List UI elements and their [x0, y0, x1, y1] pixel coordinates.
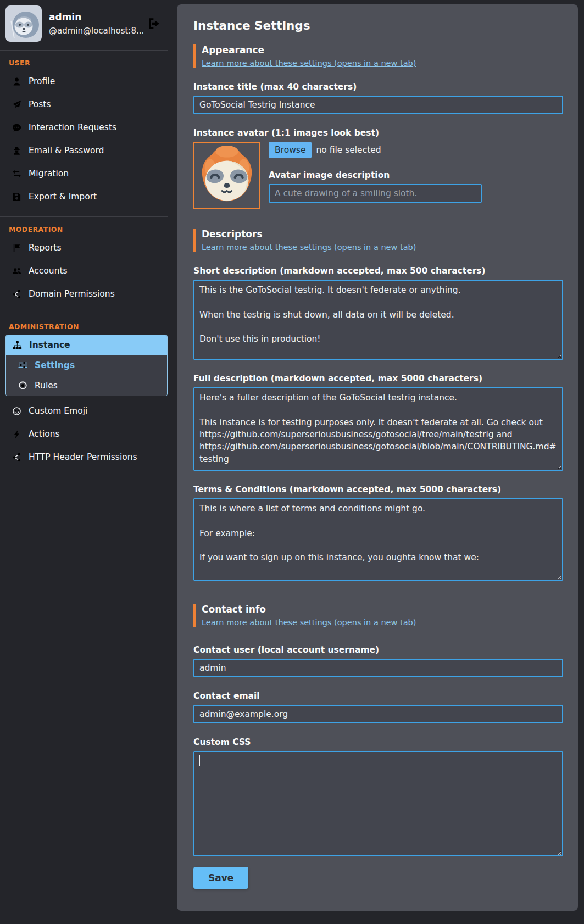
instance-avatar-field: Instance avatar (1:1 images look best): [193, 128, 563, 209]
sidebar-item-migration[interactable]: Migration: [0, 162, 168, 185]
terms-field: Terms & Conditions (markdown accepted, m…: [193, 485, 563, 581]
avatar-description-input[interactable]: [269, 184, 482, 203]
sidebar-item-domain-permissions[interactable]: Domain Permissions: [0, 282, 168, 305]
short-description-label: Short description (markdown accepted, ma…: [193, 266, 563, 276]
user-meta: admin @admin@localhost:8...: [49, 12, 143, 36]
file-status-text: no file selected: [316, 145, 381, 155]
instance-submenu: Settings Rules: [6, 355, 167, 396]
sidebar-item-email-password[interactable]: Email & Password: [0, 139, 168, 162]
custom-css-field: Custom CSS: [193, 737, 563, 856]
instance-title-field: Instance title (max 40 characters): [193, 82, 563, 114]
custom-css-label: Custom CSS: [193, 737, 563, 747]
contact-info-heading: Contact info: [202, 604, 563, 615]
sliders-icon: [18, 360, 27, 370]
terms-textarea[interactable]: [193, 498, 563, 581]
users-icon: [12, 266, 21, 276]
sitemap-icon: [13, 341, 22, 350]
instance-avatar-preview: [193, 142, 260, 209]
user-handle: @admin@localhost:8...: [49, 26, 143, 36]
user-card[interactable]: admin @admin@localhost:8...: [0, 5, 168, 42]
sidebar-item-profile[interactable]: Profile: [0, 70, 168, 93]
instance-title-label: Instance title (max 40 characters): [193, 82, 563, 92]
descriptors-learn-more-link[interactable]: Learn more about these settings (opens i…: [202, 243, 416, 252]
contact-email-field: Contact email: [193, 691, 563, 723]
smiley-icon: [12, 407, 21, 416]
sidebar: admin @admin@localhost:8... USER Profile…: [0, 0, 168, 469]
instance-avatar-label: Instance avatar (1:1 images look best): [193, 128, 563, 138]
sidebar-item-accounts[interactable]: Accounts: [0, 259, 168, 282]
appearance-learn-more-link[interactable]: Learn more about these settings (opens i…: [202, 59, 416, 68]
flag-icon: [12, 243, 21, 253]
contact-email-label: Contact email: [193, 691, 563, 701]
sloth-mascot-image: [194, 143, 259, 208]
short-description-field: Short description (markdown accepted, ma…: [193, 266, 563, 360]
contact-info-section-header: Contact info Learn more about these sett…: [193, 604, 563, 627]
user-secret-icon: [12, 146, 21, 155]
user-name: admin: [49, 12, 143, 23]
save-button[interactable]: Save: [193, 867, 248, 889]
bolt-icon: [12, 430, 21, 439]
sidebar-item-posts[interactable]: Posts: [0, 93, 168, 116]
appearance-section-header: Appearance Learn more about these settin…: [193, 44, 563, 68]
text-cursor: [199, 755, 200, 766]
contact-user-label: Contact user (local account username): [193, 645, 563, 655]
short-description-textarea[interactable]: [193, 280, 563, 360]
page-title: Instance Settings: [193, 19, 563, 32]
custom-css-textarea[interactable]: [193, 751, 563, 856]
sidebar-item-instance[interactable]: Instance: [6, 335, 167, 355]
sidebar-item-reports[interactable]: Reports: [0, 236, 168, 259]
sidebar-item-instance-rules[interactable]: Rules: [6, 375, 167, 396]
contact-user-field: Contact user (local account username): [193, 645, 563, 677]
sidebar-item-instance-settings[interactable]: Settings: [6, 355, 167, 375]
appearance-heading: Appearance: [202, 44, 563, 55]
sidebar-item-custom-emoji[interactable]: Custom Emoji: [0, 399, 168, 422]
avatar-description-label: Avatar image description: [269, 170, 482, 180]
sidebar-item-interaction-requests[interactable]: Interaction Requests: [0, 116, 168, 139]
full-description-textarea[interactable]: [193, 387, 563, 471]
user-icon: [12, 77, 21, 86]
section-label-administration: ADMINISTRATION: [0, 314, 168, 333]
comment-dots-icon: [12, 123, 21, 132]
paper-plane-icon: [12, 100, 21, 109]
sloth-avatar-image: [5, 5, 42, 42]
full-description-field: Full description (markdown accepted, max…: [193, 374, 563, 471]
contact-user-input[interactable]: [193, 659, 563, 677]
sign-out-icon[interactable]: [147, 16, 161, 31]
instance-settings-panel: Instance Settings Appearance Learn more …: [177, 4, 578, 911]
sidebar-item-http-header-permissions[interactable]: HTTP Header Permissions: [0, 446, 168, 469]
instance-title-input[interactable]: [193, 96, 563, 114]
terms-label: Terms & Conditions (markdown accepted, m…: [193, 485, 563, 494]
sidebar-item-export-import[interactable]: Export & Import: [0, 185, 168, 208]
browse-button[interactable]: Browse: [269, 142, 312, 158]
floppy-disk-icon: [12, 192, 21, 202]
contact-learn-more-link[interactable]: Learn more about these settings (opens i…: [202, 618, 416, 627]
section-label-moderation: MODERATION: [0, 217, 168, 236]
arrows-left-right-icon: [12, 169, 21, 179]
contact-email-input[interactable]: [193, 705, 563, 723]
share-nodes-icon: [12, 290, 21, 299]
share-nodes-icon: [12, 453, 21, 462]
section-label-user: USER: [0, 51, 168, 70]
instance-menu-block: Instance Settings Rules: [5, 335, 168, 396]
sidebar-item-actions[interactable]: Actions: [0, 422, 168, 446]
user-avatar: [5, 5, 42, 42]
descriptors-heading: Descriptors: [202, 229, 563, 240]
full-description-label: Full description (markdown accepted, max…: [193, 374, 563, 383]
descriptors-section-header: Descriptors Learn more about these setti…: [193, 229, 563, 252]
circle-dot-icon: [18, 381, 27, 390]
